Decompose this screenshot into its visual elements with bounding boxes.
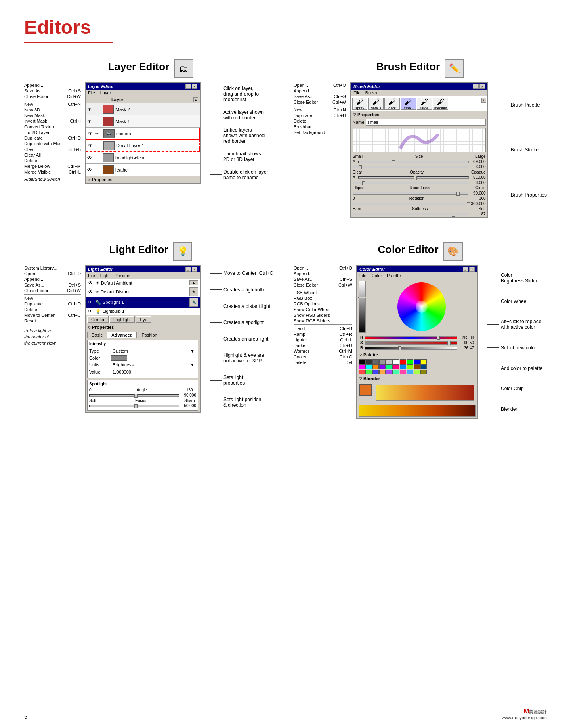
light-angle-thumb[interactable]	[134, 394, 138, 398]
light-eye-lightbulb[interactable]: 👁	[87, 308, 94, 314]
light-tab-position[interactable]: Position	[137, 332, 162, 338]
light-row-ambient[interactable]: 👁 ☀ Default Ambient ▲	[86, 279, 200, 287]
layer-menu-to2dlayer[interactable]: to 2D Layer	[24, 130, 81, 135]
layer-menu-clearall[interactable]: Clear All	[24, 152, 81, 158]
palette-swatch[interactable]	[359, 364, 365, 369]
light-menu-syslib[interactable]: System Library...	[24, 265, 81, 271]
palette-swatch[interactable]	[359, 359, 365, 364]
layer-eye-leather[interactable]: 👁	[86, 167, 93, 173]
color-menu-saveas[interactable]: Save As...Ctrl+S	[294, 276, 352, 282]
layer-row-leather[interactable]: 👁 leather	[86, 164, 200, 176]
layer-menu-new3d[interactable]: New 3D	[24, 107, 81, 113]
color-menu-blend[interactable]: BlendCtrl+B	[294, 326, 352, 331]
brush-menu-brush[interactable]: Brush	[365, 90, 377, 95]
palette-swatch[interactable]	[400, 370, 406, 374]
palette-swatch[interactable]	[407, 364, 413, 369]
color-menu-append[interactable]: Append...	[294, 271, 352, 276]
light-angle-slider[interactable]	[89, 394, 179, 397]
color-b-slider[interactable]	[365, 347, 457, 350]
light-menu-saveas[interactable]: Save As...Ctrl+S	[24, 282, 81, 288]
layer-menu-closeeditor[interactable]: Close EditorCtrl+W	[24, 94, 81, 99]
color-menu-ramp[interactable]: RampCtrl+R	[294, 331, 352, 337]
palette-swatch[interactable]	[393, 370, 399, 374]
color-h-slider[interactable]	[365, 336, 457, 339]
light-row-distant[interactable]: 👁 ✳ Default Distant ✳	[86, 287, 200, 297]
light-focus-thumb[interactable]	[134, 404, 138, 408]
palette-swatch[interactable]	[393, 364, 399, 369]
palette-swatch[interactable]	[393, 359, 399, 364]
brush-opacity-a2-slider[interactable]	[353, 182, 468, 184]
layer-row-decal[interactable]: 👁 Decal-Layer-1	[86, 140, 200, 152]
color-s-thumb[interactable]	[447, 341, 451, 345]
layer-eye-mask2[interactable]: 👁	[86, 107, 93, 112]
light-tab-basic[interactable]: Basic	[87, 332, 107, 338]
layer-menu-mergevisible[interactable]: Merge VisibleCtrl+L	[24, 169, 81, 175]
brush-scroll-right[interactable]: ▶	[481, 98, 486, 103]
brush-menu-brushbar[interactable]: Brushbar	[294, 124, 346, 130]
light-menu-reset[interactable]: Reset	[24, 318, 81, 324]
color-menu-showrgbsliders[interactable]: Show RGB Sliders	[294, 318, 352, 324]
brush-size-slider[interactable]	[358, 161, 469, 163]
color-menu-close[interactable]: Close EditorCtrl+W	[294, 282, 352, 288]
color-menu-hsbwheel[interactable]: HSB Wheel	[294, 290, 352, 295]
brush-softness-slider[interactable]	[353, 213, 468, 215]
brush-swatch-details[interactable]: 🖌details	[368, 98, 384, 110]
light-close-btn[interactable]: ×	[192, 267, 197, 272]
brush-opacity-a2-thumb[interactable]	[362, 181, 365, 185]
color-close-btn[interactable]: ×	[469, 267, 475, 272]
light-tab-advanced[interactable]: Advanced	[107, 332, 137, 338]
brush-swatch-small[interactable]: 🖌small	[401, 98, 416, 110]
palette-swatch[interactable]	[386, 364, 393, 369]
light-units-select[interactable]: Brightness ▼	[111, 362, 196, 368]
light-menu-delete[interactable]: Delete	[24, 307, 81, 312]
layer-scroll-up[interactable]: ▲	[193, 97, 198, 102]
color-blender-bar[interactable]	[376, 385, 474, 401]
light-menu-close[interactable]: Close EditorCtrl+W	[24, 288, 81, 293]
layer-properties-bar[interactable]: ▷ Properties	[86, 176, 200, 183]
layer-row-headlight[interactable]: 👁 headlight-clear	[86, 152, 200, 164]
layer-eye-decal[interactable]: 👁	[87, 143, 94, 149]
layer-eye-headlight[interactable]: 👁	[86, 155, 93, 161]
layer-eye-camera[interactable]: 👁	[87, 131, 94, 136]
color-menu-cooler[interactable]: CoolerCtrl+C	[294, 354, 352, 360]
brush-size-thumb[interactable]	[392, 160, 395, 164]
palette-swatch[interactable]	[372, 370, 379, 374]
color-menu-open[interactable]: Open...Ctrl+O	[294, 265, 352, 271]
palette-swatch[interactable]	[386, 370, 393, 374]
light-color-swatch[interactable]	[111, 355, 127, 361]
color-menu-showcolorwheel[interactable]: Show Color Wheel	[294, 307, 352, 312]
brush-menu-open[interactable]: Open...Ctrl+O	[294, 82, 346, 88]
light-row-lightbulb[interactable]: 👁 💡 Lightbulb-1	[86, 308, 200, 315]
color-menu-darker[interactable]: DarkerCtrl+D	[294, 343, 352, 348]
brush-name-input[interactable]	[366, 119, 485, 126]
light-menu-movetocenter[interactable]: Move to CenterCtrl+C	[24, 312, 81, 318]
palette-swatch[interactable]	[372, 364, 379, 369]
layer-menu-converttexture[interactable]: Convert Texture	[24, 124, 81, 130]
brush-menu-setbg[interactable]: Set Background	[294, 130, 346, 135]
layer-menu-file[interactable]: File	[88, 90, 95, 95]
layer-menu-duplicate[interactable]: DuplicateCtrl+D	[24, 135, 81, 141]
palette-swatch[interactable]	[420, 370, 427, 374]
light-menu-open[interactable]: Open...Ctrl+O	[24, 271, 81, 276]
brush-softness-thumb[interactable]	[452, 213, 455, 217]
layer-menu-newmask[interactable]: New Mask	[24, 113, 81, 118]
color-wheel[interactable]	[397, 282, 446, 331]
color-s-slider[interactable]	[365, 341, 457, 345]
color-minimize-btn[interactable]: _	[463, 267, 468, 272]
brush-swatch-spray[interactable]: 🖌spray	[352, 98, 367, 110]
color-menu-color[interactable]: Color	[372, 273, 382, 278]
palette-swatch[interactable]	[414, 370, 420, 374]
brush-rotation-slider[interactable]	[353, 203, 468, 205]
light-btn-distant[interactable]: ✳	[189, 287, 198, 296]
brush-menu-close[interactable]: Close EditorCtrl+W	[294, 99, 346, 105]
palette-swatch[interactable]	[400, 359, 406, 364]
color-chip[interactable]	[359, 384, 372, 396]
light-focus-slider[interactable]	[89, 405, 179, 407]
palette-swatch[interactable]	[386, 359, 393, 364]
brush-size-a-slider[interactable]	[353, 166, 468, 168]
light-menu-position[interactable]: Position	[115, 273, 130, 278]
brush-rotation-thumb[interactable]	[467, 202, 470, 206]
color-menu-palette[interactable]: Palette	[387, 273, 401, 278]
palette-swatch[interactable]	[407, 359, 413, 364]
color-menu-file[interactable]: File	[359, 273, 367, 278]
